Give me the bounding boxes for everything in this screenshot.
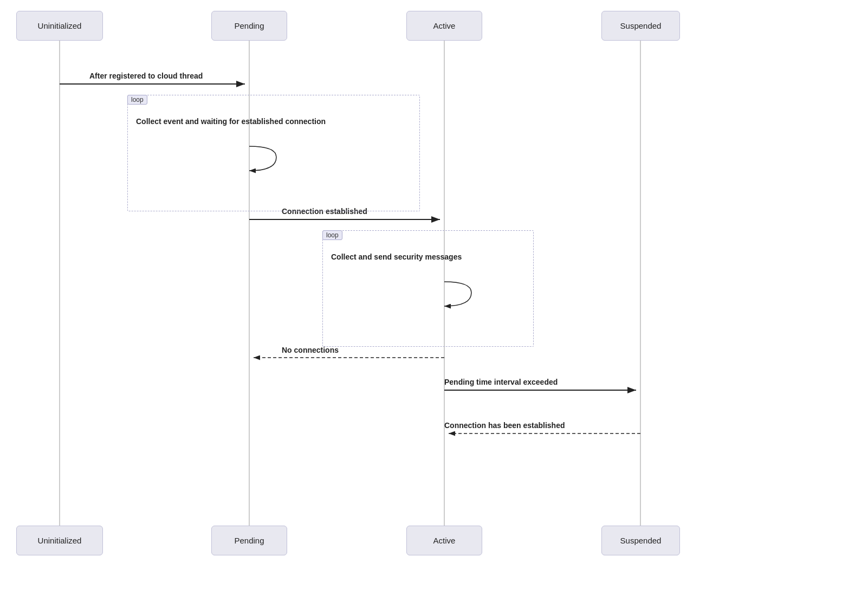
loop-label-1: loop bbox=[127, 95, 147, 105]
lifeline-label: Uninitialized bbox=[38, 21, 82, 30]
lifeline-label-bottom: Uninitialized bbox=[38, 536, 82, 545]
lifeline-box-pending-bottom: Pending bbox=[211, 526, 287, 555]
loop-desc-1: Collect event and waiting for establishe… bbox=[136, 117, 326, 126]
lifeline-label-bottom: Active bbox=[433, 536, 456, 545]
lifeline-box-active-bottom: Active bbox=[406, 526, 482, 555]
loop-desc-2: Collect and send security messages bbox=[331, 253, 462, 261]
lifeline-label-bottom: Pending bbox=[234, 536, 264, 545]
loop-box-2: loop Collect and send security messages bbox=[322, 230, 534, 347]
lifeline-box-uninitialized-bottom: Uninitialized bbox=[16, 526, 103, 555]
arrow-label-5: Connection has been established bbox=[444, 421, 565, 430]
loop-box-1: loop Collect event and waiting for estab… bbox=[127, 95, 420, 211]
lifeline-box-suspended-bottom: Suspended bbox=[601, 526, 680, 555]
lifeline-label: Active bbox=[433, 21, 456, 30]
arrow-label-1: After registered to cloud thread bbox=[89, 72, 203, 80]
lifeline-box-suspended-top: Suspended bbox=[601, 11, 680, 41]
lifeline-box-active-top: Active bbox=[406, 11, 482, 41]
lifeline-box-pending-top: Pending bbox=[211, 11, 287, 41]
lifeline-label: Pending bbox=[234, 21, 264, 30]
arrow-label-4: Pending time interval exceeded bbox=[444, 378, 558, 386]
diagram-container: Uninitialized Pending Active Suspended A… bbox=[0, 0, 868, 589]
lifeline-label-bottom: Suspended bbox=[620, 536, 662, 545]
lifeline-label: Suspended bbox=[620, 21, 662, 30]
arrow-label-3: No connections bbox=[282, 346, 339, 354]
loop-label-2: loop bbox=[322, 230, 342, 240]
lifeline-box-uninitialized-top: Uninitialized bbox=[16, 11, 103, 41]
